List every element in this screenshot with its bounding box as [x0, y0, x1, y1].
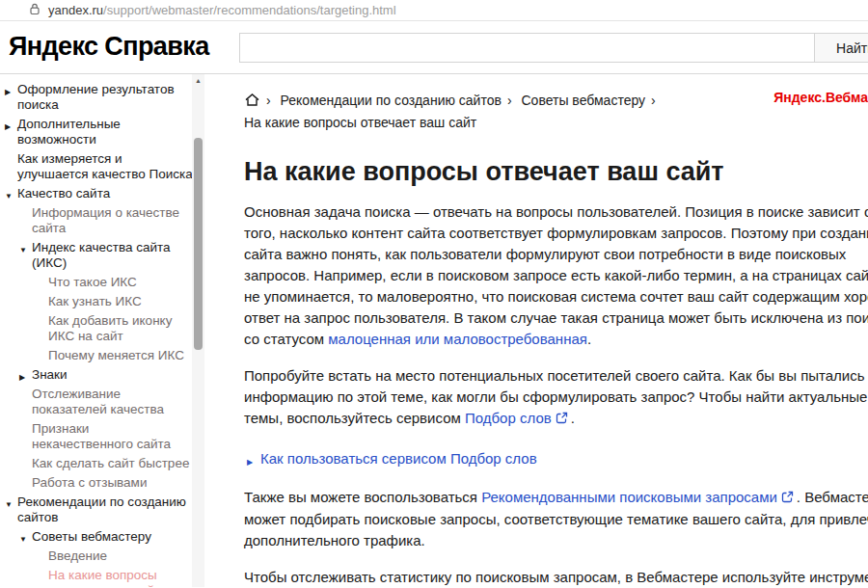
collapse-arrow-icon[interactable]: ▼: [19, 243, 27, 258]
expand-arrow-icon[interactable]: ▶: [5, 85, 11, 100]
search-button[interactable]: Найти: [814, 33, 868, 63]
sidebar: ▶Оформление результатов поиска▶Дополните…: [0, 74, 205, 587]
webmaster-topbar: Яндекс.Вебмастер: [773, 90, 868, 105]
sidebar-link[interactable]: Знаки: [32, 367, 68, 382]
breadcrumb-item: На какие вопросы отвечает ваш сайт: [244, 115, 476, 130]
collapse-arrow-icon[interactable]: ▼: [5, 497, 13, 513]
sidebar-link[interactable]: Оформление результатов поиска: [17, 82, 175, 112]
expand-arrow-icon[interactable]: ▶: [19, 370, 25, 386]
sidebar-item[interactable]: ▶Знаки: [0, 367, 194, 383]
external-link-icon: [556, 409, 568, 430]
sidebar-item[interactable]: ▶Дополнительные возможности: [0, 117, 194, 147]
external-link-icon: [781, 488, 794, 509]
sidebar-link[interactable]: Как добавить иконку ИКС на сайт: [48, 313, 172, 343]
breadcrumb-separator: ›: [507, 93, 512, 108]
sidebar-item[interactable]: Почему меняется ИКС: [0, 348, 194, 363]
expand-arrow-icon[interactable]: ▶: [5, 120, 11, 135]
webmaster-link[interactable]: Яндекс.Вебмастер: [773, 90, 868, 105]
breadcrumb-link[interactable]: Рекомендации по созданию сайтов: [281, 93, 502, 108]
text-run: Чтобы отслеживать статистику по поисковы…: [244, 569, 868, 585]
text-run: .: [587, 331, 591, 347]
breadcrumb-item: ›: [244, 93, 277, 108]
paragraph: Также вы можете воспользоваться Рекоменд…: [244, 487, 868, 551]
breadcrumb-link[interactable]: На какие вопросы отвечает ваш сайт: [244, 115, 476, 130]
paragraph: Попробуйте встать на место потенциальных…: [244, 365, 868, 430]
search-input[interactable]: [239, 33, 815, 63]
content-link[interactable]: Подбор слов: [465, 410, 552, 426]
url-path: /support/webmaster/recommendations/targe…: [103, 3, 395, 17]
scroll-up-arrow-icon[interactable]: ▲: [192, 76, 204, 86]
sidebar-item[interactable]: Введение: [0, 548, 194, 564]
page-url: yandex.ru/support/webmaster/recommendati…: [48, 3, 396, 17]
sidebar-item[interactable]: Как узнать ИКС: [0, 294, 194, 309]
breadcrumb-link[interactable]: Советы вебмастеру: [521, 93, 645, 108]
paragraph: Основная задача поиска — отвечать на воп…: [244, 201, 868, 350]
sidebar-item[interactable]: ▼Рекомендации по созданию сайтов: [0, 494, 194, 525]
sidebar-item[interactable]: ▼Индекс качества сайта (ИКС): [0, 240, 194, 271]
sidebar-item[interactable]: Признаки некачественного сайта: [0, 421, 194, 452]
sidebar-link[interactable]: Качество сайта: [17, 186, 110, 200]
sidebar-item[interactable]: ▼Советы вебмастеру: [0, 529, 194, 545]
search-form: Найти: [239, 33, 868, 63]
breadcrumb-separator: ›: [266, 93, 271, 108]
sidebar-link[interactable]: Дополнительные возможности: [17, 117, 121, 147]
collapse-arrow-icon[interactable]: ▼: [5, 189, 13, 204]
paragraph: Чтобы отслеживать статистику по поисковы…: [244, 567, 868, 588]
expander-arrow-icon[interactable]: ▶: [247, 452, 253, 473]
sidebar-item[interactable]: ▶Оформление результатов поиска: [0, 82, 194, 113]
lock-icon: [29, 2, 41, 19]
sidebar-link[interactable]: Как измеряется и улучшается качество Пои…: [17, 151, 193, 181]
content-link[interactable]: малоценная или маловостребованная: [328, 331, 587, 347]
expander-row[interactable]: ▶Как пользоваться сервисом Подбор слов: [244, 448, 868, 469]
sidebar-item[interactable]: Что такое ИКС: [0, 275, 194, 290]
url-host: yandex.ru: [48, 3, 103, 17]
sidebar-link[interactable]: Признаки некачественного сайта: [32, 421, 171, 451]
sidebar-link[interactable]: Как сделать сайт быстрее: [32, 456, 189, 470]
sidebar-link[interactable]: Индекс качества сайта (ИКС): [32, 240, 171, 270]
main-area: › Рекомендации по созданию сайтов› Совет…: [205, 74, 868, 587]
content-link[interactable]: Рекомендованными поисковыми запросами: [481, 489, 777, 505]
page-title: На какие вопросы отвечает ваш сайт: [244, 157, 868, 187]
sidebar-item[interactable]: Как измеряется и улучшается качество Пои…: [0, 151, 194, 182]
home-icon[interactable]: [244, 93, 260, 113]
browser-address-bar[interactable]: yandex.ru/support/webmaster/recommendati…: [0, 0, 868, 21]
sidebar-link[interactable]: Что такое ИКС: [48, 275, 137, 289]
sidebar-link[interactable]: Отслеживание показателей качества: [32, 387, 164, 416]
page-layout: ▶Оформление результатов поиска▶Дополните…: [0, 74, 868, 587]
sidebar-link[interactable]: Введение: [48, 548, 107, 563]
sidebar-link[interactable]: Как узнать ИКС: [48, 294, 142, 308]
scrollbar-thumb[interactable]: [194, 138, 203, 350]
breadcrumb-item: Рекомендации по созданию сайтов›: [281, 93, 518, 108]
content-link[interactable]: Как пользоваться сервисом Подбор слов: [260, 450, 537, 467]
breadcrumb-separator: ›: [651, 93, 656, 108]
sidebar-item[interactable]: Как добавить иконку ИКС на сайт: [0, 313, 194, 344]
text-run: Основная задача поиска — отвечать на воп…: [244, 203, 868, 347]
text-run: Также вы можете воспользоваться: [244, 489, 481, 505]
sidebar-link[interactable]: Информация о качестве сайта: [32, 205, 179, 235]
breadcrumb: › Рекомендации по созданию сайтов› Совет…: [244, 91, 784, 133]
article-body: Основная задача поиска — отвечать на воп…: [244, 201, 868, 588]
sidebar-nav: ▶Оформление результатов поиска▶Дополните…: [0, 74, 205, 588]
sidebar-scrollbar[interactable]: ▲: [192, 74, 204, 587]
sidebar-link[interactable]: Почему меняется ИКС: [48, 348, 184, 362]
collapse-arrow-icon[interactable]: ▼: [19, 532, 27, 548]
sidebar-item[interactable]: Информация о качестве сайта: [0, 205, 194, 236]
logo[interactable]: Яндекс Справка: [9, 32, 209, 62]
article: На какие вопросы отвечает ваш сайт Основ…: [244, 157, 868, 588]
sidebar-item[interactable]: Отслеживание показателей качества: [0, 387, 194, 417]
sidebar-link[interactable]: Советы вебмастеру: [32, 529, 151, 544]
sidebar-link[interactable]: На какие вопросы отвечает ваш сайт: [48, 568, 160, 588]
sidebar-link[interactable]: Работа с отзывами: [32, 475, 147, 490]
text-run: .: [571, 410, 575, 426]
sidebar-item[interactable]: ▼Качество сайта: [0, 186, 194, 201]
site-header: Яндекс Справка Найти: [0, 21, 868, 74]
sidebar-item[interactable]: Как сделать сайт быстрее: [0, 456, 194, 471]
sidebar-item[interactable]: Работа с отзывами: [0, 475, 194, 491]
sidebar-item[interactable]: На какие вопросы отвечает ваш сайт: [0, 568, 194, 588]
sidebar-link[interactable]: Рекомендации по созданию сайтов: [17, 494, 186, 524]
breadcrumb-item: Советы вебмастеру›: [521, 93, 661, 108]
